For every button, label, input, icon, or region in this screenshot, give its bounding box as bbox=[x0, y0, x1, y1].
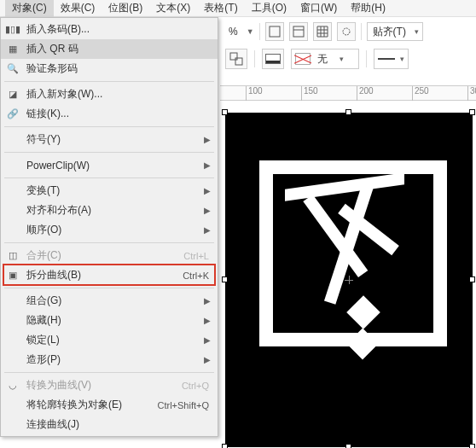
menu-separator bbox=[4, 126, 214, 127]
artwork-glyph bbox=[285, 172, 430, 335]
menu-separator bbox=[4, 288, 214, 288]
selection-handle[interactable] bbox=[469, 276, 475, 282]
svg-rect-5 bbox=[235, 58, 242, 65]
chevron-down-icon[interactable]: ▼ bbox=[247, 27, 254, 36]
submenu-arrow-icon: ▶ bbox=[204, 335, 211, 345]
show-grid-button[interactable] bbox=[313, 22, 332, 41]
outline-pen-button[interactable] bbox=[262, 49, 284, 69]
menuitem-lock[interactable]: 锁定(L) ▶ bbox=[1, 330, 218, 350]
chevron-down-icon: ▾ bbox=[400, 55, 404, 63]
menu-tools[interactable]: 工具(O) bbox=[245, 0, 293, 17]
chevron-down-icon: ▾ bbox=[411, 27, 422, 36]
snap-dropdown[interactable]: 贴齐(T) ▾ bbox=[367, 22, 423, 41]
menu-table[interactable]: 表格(T) bbox=[197, 0, 244, 17]
menuitem-order[interactable]: 顺序(O) ▶ bbox=[1, 220, 218, 240]
selection-handle[interactable] bbox=[469, 109, 475, 115]
ungroup-button[interactable] bbox=[225, 49, 247, 69]
menuitem-hide[interactable]: 隐藏(H) ▶ bbox=[1, 311, 218, 330]
selection-handle[interactable] bbox=[222, 276, 228, 282]
submenu-arrow-icon: ▶ bbox=[204, 135, 211, 144]
separator bbox=[259, 23, 260, 40]
magnifier-icon: 🔍 bbox=[6, 62, 20, 76]
menuitem-align-distribute[interactable]: 对齐和分布(A) ▶ bbox=[1, 201, 218, 220]
submenu-arrow-icon: ▶ bbox=[204, 355, 211, 364]
object-icon: ◪ bbox=[6, 88, 20, 102]
menuitem-insert-barcode[interactable]: ▮▯▮ 插入条码(B)... bbox=[1, 20, 218, 39]
center-marker[interactable] bbox=[345, 276, 353, 284]
menuitem-links[interactable]: 🔗 链接(K)... bbox=[1, 104, 218, 124]
no-fill-icon bbox=[295, 53, 311, 65]
horizontal-ruler: 100 150 200 250 300 bbox=[220, 85, 476, 101]
separator bbox=[366, 50, 367, 67]
menuitem-insert-new-object[interactable]: ◪ 插入新对象(W)... bbox=[1, 84, 218, 104]
combine-icon: ◫ bbox=[6, 249, 20, 263]
property-bar: 无 ▾ ▾ bbox=[220, 46, 476, 72]
submenu-arrow-icon: ▶ bbox=[204, 186, 211, 195]
svg-rect-0 bbox=[270, 26, 280, 37]
submenu-arrow-icon: ▶ bbox=[204, 316, 211, 325]
menu-text[interactable]: 文本(X) bbox=[149, 0, 197, 17]
toolbar-main: % ▼ 贴齐(T) ▾ bbox=[220, 19, 476, 44]
outline-style-select[interactable]: 无 ▾ bbox=[291, 49, 359, 69]
submenu-arrow-icon: ▶ bbox=[204, 225, 211, 235]
curve-icon: ◡ bbox=[6, 379, 20, 393]
separator bbox=[254, 50, 255, 67]
ruler-tick: 100 bbox=[246, 86, 263, 102]
menu-help[interactable]: 帮助(H) bbox=[344, 0, 392, 17]
svg-point-3 bbox=[343, 28, 350, 35]
submenu-arrow-icon: ▶ bbox=[204, 206, 211, 215]
full-screen-button[interactable] bbox=[265, 22, 284, 41]
menuitem-convert-to-curves: ◡ 转换为曲线(V) Ctrl+Q bbox=[1, 375, 218, 395]
menu-object[interactable]: 对象(C) bbox=[5, 0, 54, 17]
menu-separator bbox=[4, 372, 214, 373]
link-icon: 🔗 bbox=[6, 108, 20, 121]
svg-rect-4 bbox=[230, 53, 237, 60]
menuitem-symbols[interactable]: 符号(Y) ▶ bbox=[1, 130, 218, 149]
zoom-suffix: % bbox=[225, 26, 241, 38]
selection-handle[interactable] bbox=[345, 444, 351, 448]
selection-handle[interactable] bbox=[222, 444, 228, 448]
menu-separator bbox=[4, 242, 214, 243]
menu-separator bbox=[4, 152, 214, 153]
show-rulers-button[interactable] bbox=[289, 22, 308, 41]
svg-rect-1 bbox=[293, 26, 304, 37]
show-guidelines-button[interactable] bbox=[337, 22, 356, 41]
menuitem-outline-to-object[interactable]: 将轮廓转换为对象(E) Ctrl+Shift+Q bbox=[1, 395, 218, 415]
menuitem-transform[interactable]: 变换(T) ▶ bbox=[1, 181, 218, 201]
menu-effects[interactable]: 效果(C) bbox=[54, 0, 102, 17]
menuitem-group[interactable]: 组合(G) ▶ bbox=[1, 291, 218, 311]
break-apart-icon: ▣ bbox=[6, 269, 20, 282]
pen-icon bbox=[265, 54, 281, 64]
object-menu-dropdown: ▮▯▮ 插入条码(B)... ▦ 插入 QR 码 🔍 验证条形码 ◪ 插入新对象… bbox=[0, 17, 218, 437]
menuitem-powerclip[interactable]: PowerClip(W) ▶ bbox=[1, 155, 218, 175]
selection-handle[interactable] bbox=[469, 444, 475, 448]
line-weight-icon bbox=[378, 58, 395, 60]
menuitem-shaping[interactable]: 造形(P) ▶ bbox=[1, 350, 218, 369]
menu-separator bbox=[4, 81, 214, 82]
menu-bitmap[interactable]: 位图(B) bbox=[102, 0, 149, 17]
selection-handle[interactable] bbox=[222, 109, 228, 115]
menuitem-join-curves[interactable]: 连接曲线(J) bbox=[1, 415, 218, 434]
submenu-arrow-icon: ▶ bbox=[204, 296, 211, 305]
ruler-tick: 200 bbox=[357, 86, 374, 102]
selection-handle[interactable] bbox=[345, 109, 351, 115]
ruler-tick: 250 bbox=[412, 86, 429, 102]
ruler-tick: 300 bbox=[467, 86, 476, 102]
chevron-down-icon: ▾ bbox=[336, 55, 358, 63]
menu-separator bbox=[4, 177, 214, 178]
menuitem-insert-qr[interactable]: ▦ 插入 QR 码 bbox=[1, 39, 218, 59]
menuitem-verify-barcode[interactable]: 🔍 验证条形码 bbox=[1, 59, 218, 79]
separator bbox=[361, 23, 362, 40]
qr-icon: ▦ bbox=[6, 43, 20, 56]
menuitem-combine: ◫ 合并(C) Ctrl+L bbox=[1, 246, 218, 265]
submenu-arrow-icon: ▶ bbox=[204, 160, 211, 170]
menu-bar: 对象(C) 效果(C) 位图(B) 文本(X) 表格(T) 工具(O) 窗口(W… bbox=[0, 0, 476, 17]
barcode-icon: ▮▯▮ bbox=[6, 23, 20, 37]
canvas[interactable] bbox=[220, 101, 476, 448]
menuitem-break-apart[interactable]: ▣ 拆分曲线(B) Ctrl+K bbox=[1, 265, 218, 285]
ruler-tick: 150 bbox=[301, 86, 318, 102]
menu-window[interactable]: 窗口(W) bbox=[293, 0, 344, 17]
outline-width-select[interactable]: ▾ bbox=[374, 49, 409, 69]
snap-label: 贴齐(T) bbox=[368, 25, 411, 39]
outline-style-label: 无 bbox=[314, 52, 336, 67]
